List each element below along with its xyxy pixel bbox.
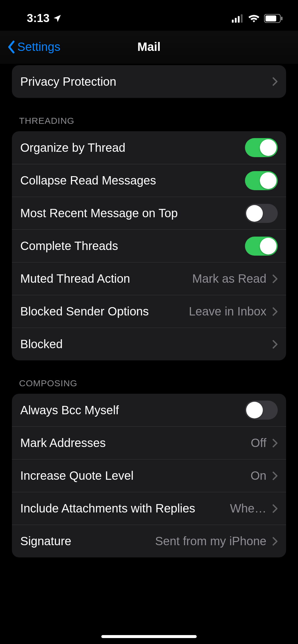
row-label: Muted Thread Action (20, 272, 130, 285)
row-signature[interactable]: SignatureSent from my iPhone (12, 525, 286, 557)
chevron-right-icon (272, 77, 278, 86)
row-label: Include Attachments with Replies (20, 502, 195, 515)
row-label: Always Bcc Myself (20, 404, 119, 417)
back-button[interactable]: Settings (0, 40, 60, 54)
row-muted-thread-action[interactable]: Muted Thread ActionMark as Read (12, 262, 286, 295)
chevron-right-icon (272, 274, 278, 283)
row-increase-quote-level[interactable]: Increase Quote LevelOn (12, 459, 286, 492)
section-header: COMPOSING (12, 378, 286, 394)
settings-group: Organize by ThreadCollapse Read Messages… (12, 131, 286, 360)
svg-rect-1 (235, 18, 237, 23)
settings-content[interactable]: Privacy ProtectionTHREADINGOrganize by T… (0, 65, 298, 635)
row-label: Privacy Protection (20, 75, 116, 88)
row-label: Mark Addresses (20, 436, 106, 450)
back-label: Settings (17, 40, 60, 54)
row-value: Off (251, 436, 266, 450)
settings-group: Always Bcc MyselfMark AddressesOffIncrea… (12, 394, 286, 557)
svg-rect-5 (266, 15, 276, 21)
section-header: THREADING (12, 116, 286, 131)
toggle-complete-threads[interactable] (245, 237, 278, 256)
row-value: Mark as Read (192, 272, 266, 285)
device-frame: 3:13 (0, 0, 298, 644)
row-complete-threads[interactable]: Complete Threads (12, 229, 286, 262)
status-time: 3:13 (27, 12, 49, 25)
row-value: Leave in Inbox (189, 305, 266, 318)
svg-rect-0 (232, 20, 234, 23)
toggle-collapse-read-messages[interactable] (245, 171, 278, 190)
row-label: Collapse Read Messages (20, 174, 156, 187)
chevron-right-icon (272, 439, 278, 448)
row-value: On (251, 469, 266, 482)
svg-rect-3 (241, 14, 243, 23)
row-blocked-sender-options[interactable]: Blocked Sender OptionsLeave in Inbox (12, 295, 286, 328)
chevron-left-icon (7, 40, 15, 54)
toggle-organize-by-thread[interactable] (245, 138, 278, 157)
row-label: Increase Quote Level (20, 469, 134, 482)
row-always-bcc-myself[interactable]: Always Bcc Myself (12, 394, 286, 426)
row-label: Organize by Thread (20, 141, 125, 154)
toggle-always-bcc-myself[interactable] (245, 401, 278, 420)
chevron-right-icon (272, 504, 278, 513)
row-label: Most Recent Message on Top (20, 207, 178, 220)
chevron-right-icon (272, 537, 278, 546)
home-indicator[interactable] (101, 635, 197, 638)
location-arrow-icon (52, 14, 62, 23)
row-value: Whe… (230, 502, 266, 515)
nav-bar: Settings Mail (0, 31, 298, 63)
battery-icon (264, 14, 283, 23)
row-label: Blocked Sender Options (20, 305, 149, 318)
row-label: Complete Threads (20, 239, 118, 253)
row-include-attachments[interactable]: Include Attachments with RepliesWhe… (12, 492, 286, 525)
settings-group: Privacy Protection (12, 65, 286, 98)
row-collapse-read-messages[interactable]: Collapse Read Messages (12, 164, 286, 197)
status-right (232, 14, 283, 23)
status-bar: 3:13 (0, 0, 298, 31)
status-left: 3:13 (27, 12, 62, 25)
chevron-right-icon (272, 471, 278, 480)
svg-rect-6 (281, 17, 283, 20)
wifi-icon (248, 14, 260, 23)
chevron-right-icon (272, 340, 278, 349)
cellular-signal-icon (232, 14, 244, 23)
svg-rect-2 (238, 16, 240, 23)
row-most-recent-on-top[interactable]: Most Recent Message on Top (12, 197, 286, 229)
row-mark-addresses[interactable]: Mark AddressesOff (12, 426, 286, 459)
toggle-most-recent-on-top[interactable] (245, 204, 278, 223)
chevron-right-icon (272, 307, 278, 316)
row-value: Sent from my iPhone (155, 534, 267, 548)
row-label: Signature (20, 534, 71, 548)
row-label: Blocked (20, 337, 63, 351)
row-blocked[interactable]: Blocked (12, 328, 286, 360)
row-organize-by-thread[interactable]: Organize by Thread (12, 131, 286, 164)
row-privacy-protection[interactable]: Privacy Protection (12, 65, 286, 98)
